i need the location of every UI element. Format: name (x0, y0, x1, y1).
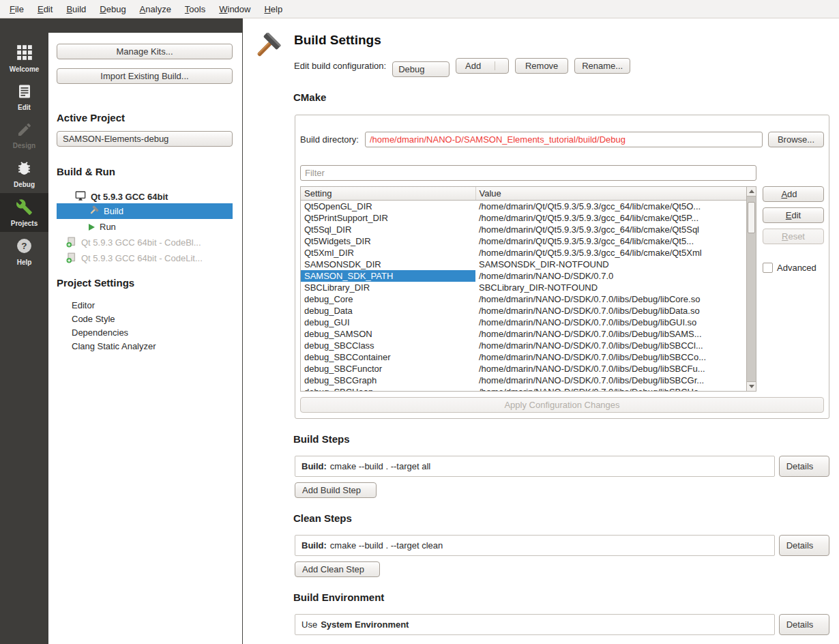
panel-header-strip (0, 18, 242, 33)
mode-help[interactable]: ? Help (0, 232, 48, 271)
menu-item[interactable]: Window (212, 0, 257, 18)
project-settings-heading: Project Settings (57, 277, 233, 289)
edit-config-label: Edit build configuration: (294, 61, 386, 71)
disabled-kit-item[interactable]: Qt 5.9.3 GCC 64bit - CodeBl... (57, 235, 233, 250)
table-row[interactable]: debug_SBCGraph /home/dmarin/NANO-D/SDK/0… (301, 375, 746, 386)
menu-item[interactable]: Debug (93, 0, 132, 18)
build-run-heading: Build & Run (57, 166, 233, 177)
active-project-select[interactable]: SAMSON-Elements-debug (57, 131, 233, 147)
kit-run-item[interactable]: Run (57, 219, 233, 235)
active-project-heading: Active Project (57, 112, 233, 123)
kit-item[interactable]: Qt 5.9.3 GCC 64bit (57, 190, 233, 203)
add-build-step-button[interactable]: Add Build Step (295, 482, 377, 498)
table-row[interactable]: Qt5Xml_DIR /home/dmarin/Qt/Qt5.9.3/5.9.3… (301, 247, 746, 259)
build-steps-heading: Build Steps (293, 433, 839, 445)
table-row[interactable]: debug_SBCContainer /home/dmarin/NANO-D/S… (301, 351, 746, 363)
build-step-details-button[interactable]: Details (779, 456, 829, 477)
table-row[interactable]: SAMSONSDK_DIR SAMSONSDK_DIR-NOTFOUND (301, 259, 746, 270)
menu-item[interactable]: Analyze (133, 0, 178, 18)
menu-item[interactable]: Build (59, 0, 93, 18)
run-play-icon (89, 224, 95, 231)
project-settings-list: Editor Code Style Dependencies Clang Sta… (57, 299, 233, 353)
table-row[interactable]: Qt5OpenGL_DIR /home/dmarin/Qt/Qt5.9.3/5.… (301, 200, 746, 212)
table-row[interactable]: debug_SBCFunctor /home/dmarin/NANO-D/SDK… (301, 363, 746, 375)
advanced-checkbox[interactable] (763, 263, 773, 273)
environment-summary: UseSystem Environment (295, 614, 775, 635)
mode-edit[interactable]: Edit (0, 78, 48, 116)
build-directory-input[interactable] (365, 132, 763, 147)
rename-config-button[interactable]: Rename... (574, 58, 630, 74)
build-settings-hammer-icon (251, 33, 282, 77)
menu-item[interactable]: File (3, 0, 31, 18)
edit-setting-button[interactable]: Edit (763, 207, 824, 223)
scrollbar-thumb[interactable] (748, 202, 755, 233)
table-scrollbar[interactable] (746, 187, 756, 391)
edit-document-icon (16, 83, 33, 102)
page-title: Build Settings (294, 33, 630, 48)
project-settings-item[interactable]: Dependencies (57, 326, 233, 340)
build-environment-heading: Build Environment (293, 591, 839, 603)
mode-debug[interactable]: Debug (0, 154, 48, 193)
svg-text:?: ? (21, 241, 27, 251)
monitor-icon (75, 190, 86, 203)
mode-projects[interactable]: Projects (0, 193, 48, 232)
table-row[interactable]: Qt5Sql_DIR /home/dmarin/Qt/Qt5.9.3/5.9.3… (301, 224, 746, 235)
table-row[interactable]: SBCLibrary_DIR SBCLibrary_DIR-NOTFOUND (301, 282, 746, 293)
kit-build-item[interactable]: Build (57, 203, 233, 219)
table-row[interactable]: debug_GUI /home/dmarin/NANO-D/SDK/0.7.0/… (301, 317, 746, 328)
table-row[interactable]: debug_Core /home/dmarin/NANO-D/SDK/0.7.0… (301, 293, 746, 305)
project-settings-item[interactable]: Editor (57, 299, 233, 312)
wrench-icon (16, 199, 33, 218)
add-kit-doc-icon (65, 252, 76, 265)
clean-step-summary: Build:cmake --build . --target clean (295, 535, 775, 556)
table-row[interactable]: Qt5PrintSupport_DIR /home/dmarin/Qt/Qt5.… (301, 212, 746, 224)
hammer-icon (89, 205, 99, 218)
help-icon: ? (16, 237, 33, 257)
clean-steps-heading: Clean Steps (293, 512, 839, 524)
table-row[interactable]: debug_SBCClass /home/dmarin/NANO-D/SDK/0… (301, 340, 746, 351)
add-clean-step-button[interactable]: Add Clean Step (295, 561, 380, 577)
build-directory-label: Build directory: (300, 134, 359, 145)
advanced-checkbox-row[interactable]: Advanced (763, 263, 824, 273)
projects-side-panel: Manage Kits... Import Existing Build... … (48, 33, 242, 644)
bug-icon (16, 160, 33, 179)
import-existing-build-button[interactable]: Import Existing Build... (57, 68, 233, 84)
apply-configuration-button[interactable]: Apply Configuration Changes (300, 397, 824, 413)
project-settings-item[interactable]: Clang Static Analyzer (57, 340, 233, 353)
menu-item[interactable]: Help (257, 0, 289, 18)
environment-details-button[interactable]: Details (779, 614, 829, 635)
pencil-icon (16, 121, 33, 140)
table-row[interactable]: Qt5Widgets_DIR /home/dmarin/Qt/Qt5.9.3/5… (301, 235, 746, 247)
table-row[interactable]: SAMSON_SDK_PATH /home/dmarin/NANO-D/SDK/… (301, 270, 746, 282)
menu-item[interactable]: Edit (31, 0, 59, 18)
disabled-kit-item[interactable]: Qt 5.9.3 GCC 64bit - CodeLit... (57, 250, 233, 266)
config-select[interactable]: Debug (392, 61, 450, 77)
add-config-button[interactable]: Add (456, 58, 509, 74)
cmake-groupbox: Build directory: Browse... Setting (295, 115, 829, 419)
clean-step-details-button[interactable]: Details (779, 535, 829, 556)
add-kit-doc-icon (65, 236, 76, 250)
reset-setting-button[interactable]: Reset (763, 229, 824, 244)
mode-welcome[interactable]: Welcome (0, 38, 48, 78)
add-setting-button[interactable]: Add (763, 186, 824, 202)
table-row[interactable]: debug_Data /home/dmarin/NANO-D/SDK/0.7.0… (301, 305, 746, 317)
table-row[interactable]: debug_SBCHeap /home/dmarin/NANO-D/SDK/0.… (301, 386, 746, 392)
menu-bar: File Edit Build Debug Analyze Tools Wind… (0, 0, 839, 18)
filter-input[interactable] (300, 165, 756, 181)
project-settings-item[interactable]: Code Style (57, 312, 233, 326)
browse-button[interactable]: Browse... (768, 132, 824, 147)
left-region: Welcome Edit Design (0, 18, 243, 644)
scroll-up-icon[interactable] (747, 187, 756, 196)
manage-kits-button[interactable]: Manage Kits... (57, 44, 233, 59)
scroll-down-icon[interactable] (747, 381, 756, 391)
mode-selector: Welcome Edit Design (0, 33, 48, 644)
remove-config-button[interactable]: Remove (515, 58, 568, 74)
table-row[interactable]: debug_SAMSON /home/dmarin/NANO-D/SDK/0.7… (301, 328, 746, 340)
column-header-value[interactable]: Value (475, 187, 746, 200)
menu-item[interactable]: Tools (178, 0, 212, 18)
disabled-kit-list: Qt 5.9.3 GCC 64bit - CodeBl... Qt 5.9.3 … (57, 235, 233, 266)
mode-design[interactable]: Design (0, 116, 48, 154)
build-settings-panel: Build Settings Edit build configuration:… (243, 18, 839, 644)
welcome-grid-icon (16, 44, 33, 63)
column-header-setting[interactable]: Setting (301, 187, 475, 200)
